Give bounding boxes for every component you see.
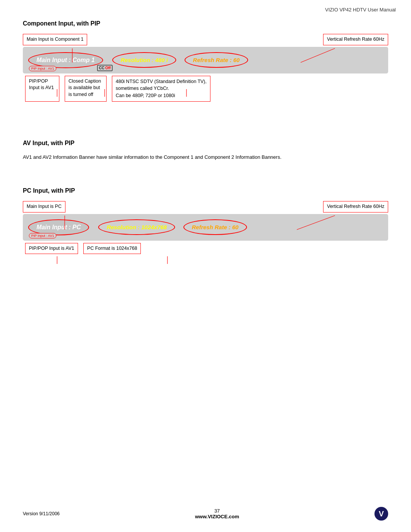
cc-badge: CC Off: [97, 65, 113, 71]
section1-title: Component Input, with PIP: [23, 20, 388, 27]
section2-description: AV1 and AV2 Information Banner have simi…: [23, 153, 388, 161]
oval3-refresh: Refresh Rate : 60: [183, 219, 247, 235]
section-av-input: AV Input, with PIP AV1 and AV2 Informati…: [23, 140, 388, 161]
manual-title: VIZIO VP42 HDTV User Manual: [325, 7, 396, 13]
anno1-refresh-rate: Vertical Refresh Rate 60Hz: [323, 34, 388, 45]
section-pc-input: PC Input, with PIP Main Input is PC Vert…: [23, 187, 388, 254]
anno3-pip-input: PIP/POP Input is AV1: [25, 243, 78, 254]
oval-refresh: Refresh Rate : 60: [185, 52, 248, 68]
section-component-input: Component Input, with PIP Main Input is …: [23, 20, 388, 102]
oval-resolution: Resolution : 480 i: [112, 52, 176, 68]
diagram3-top-annotations: Main Input is PC Vertical Refresh Rate 6…: [23, 201, 388, 212]
anno1-main-input: Main Input is Component 1: [23, 34, 87, 45]
footer-website: www.VIZIOCE.com: [195, 514, 239, 519]
anno3-main-input: Main Input is PC: [23, 201, 65, 212]
page-header: VIZIO VP42 HDTV User Manual: [0, 0, 411, 13]
diagram3-banner: Main Input : PC Resolution : 1024x768 Re…: [23, 214, 388, 241]
anno1-pip-input: PIP/POP Input is AV1: [25, 76, 59, 102]
oval3-resolution: Resolution : 1024x768: [98, 219, 175, 235]
pip3-tag: PIP Input : AV1: [29, 233, 56, 238]
footer-center: 37 www.VIZIOCE.com: [195, 508, 239, 519]
anno1-closed-caption: Closed Caption is available but is turne…: [65, 76, 107, 102]
diagram3: Main Input is PC Vertical Refresh Rate 6…: [23, 201, 388, 254]
section3-title: PC Input, with PIP: [23, 187, 388, 194]
anno3-pc-format: PC Format is 1024x768: [83, 243, 141, 254]
diagram1-top-annotations: Main Input is Component 1 Vertical Refre…: [23, 34, 388, 45]
pip-tag: PIP Input : AV1: [29, 66, 56, 71]
page-footer: Version 9/11/2006 37 www.VIZIOCE.com V: [0, 507, 411, 521]
diagram3-bottom-annotations: PIP/POP Input is AV1 PC Format is 1024x7…: [23, 243, 388, 254]
off-text: Off: [105, 66, 110, 70]
anno3-refresh-rate: Vertical Refresh Rate 60Hz: [323, 201, 388, 212]
footer-version: Version 9/11/2006: [23, 511, 60, 516]
anno1-resolution-desc: 480i NTSC SDTV (Standard Definition TV),…: [112, 76, 210, 102]
diagram1-bottom-annotations: PIP/POP Input is AV1 Closed Caption is a…: [23, 76, 388, 102]
section2-title: AV Input, with PIP: [23, 140, 388, 147]
diagram1: Main Input is Component 1 Vertical Refre…: [23, 34, 388, 102]
cc-text: CC: [99, 66, 104, 70]
diagram1-banner: Main Input : Comp 1 Resolution : 480 i R…: [23, 47, 388, 73]
page-number: 37: [195, 508, 239, 514]
vizio-logo: V: [374, 507, 388, 521]
